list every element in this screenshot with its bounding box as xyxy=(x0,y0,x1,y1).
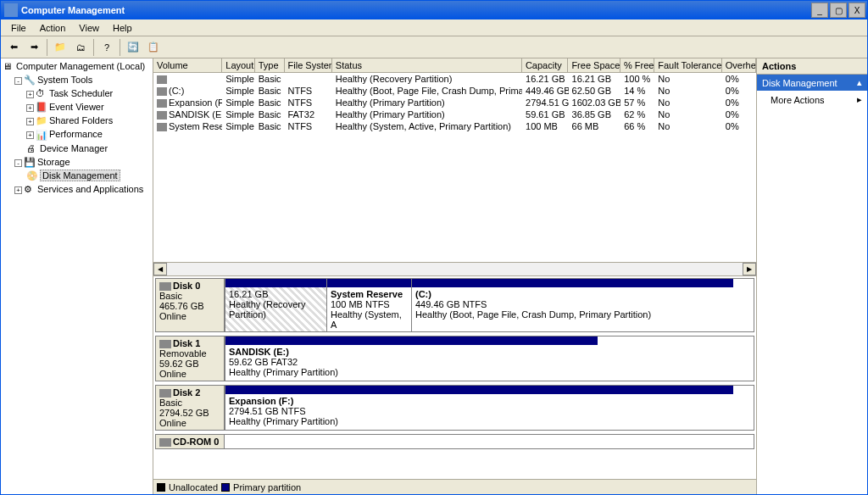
disk-row: Disk 1Removable59.62 GBOnlineSANDISK (E:… xyxy=(155,336,754,381)
tree-storage[interactable]: -💾Storage xyxy=(3,156,151,170)
col-freespace[interactable]: Free Space xyxy=(568,58,620,72)
volume-icon xyxy=(157,87,167,96)
volume-icon xyxy=(157,123,167,131)
primary-swatch xyxy=(221,483,230,492)
disk-info[interactable]: Disk 0Basic465.76 GBOnline xyxy=(155,278,225,332)
volume-list: Volume Layout Type File System Status Ca… xyxy=(153,58,756,262)
partition[interactable]: SANDISK (E:)59.62 GB FAT32Healthy (Prima… xyxy=(225,336,598,381)
col-layout[interactable]: Layout xyxy=(222,58,254,72)
tree-disk-management[interactable]: 📀Disk Management xyxy=(3,170,151,183)
menu-action[interactable]: Action xyxy=(33,21,73,35)
volume-header: Volume Layout Type File System Status Ca… xyxy=(153,58,756,73)
actions-section[interactable]: Disk Management▴ xyxy=(757,75,867,91)
legend-unallocated: Unallocated xyxy=(169,482,218,492)
maximize-button[interactable]: ▢ xyxy=(830,3,847,18)
volume-icon xyxy=(157,111,167,120)
refresh-button[interactable]: 🔄 xyxy=(124,38,142,57)
horizontal-scrollbar[interactable]: ◀ ▶ xyxy=(153,262,756,275)
tree-task-scheduler[interactable]: +⏱Task Scheduler xyxy=(3,87,151,101)
legend: Unallocated Primary partition xyxy=(153,479,756,494)
partition[interactable]: Expansion (F:)2794.51 GB NTFSHealthy (Pr… xyxy=(225,386,733,430)
tree-device-manager[interactable]: 🖨Device Manager xyxy=(3,142,151,156)
disk-info[interactable]: Disk 1Removable59.62 GBOnline xyxy=(155,336,225,381)
legend-primary: Primary partition xyxy=(233,482,301,492)
collapse-icon: ▴ xyxy=(857,77,862,88)
menu-view[interactable]: View xyxy=(72,21,106,35)
help-button[interactable]: ? xyxy=(97,38,116,57)
forward-button[interactable]: ➡ xyxy=(25,38,43,57)
tree-system-tools[interactable]: -🔧System Tools xyxy=(3,74,151,87)
volume-row[interactable]: SANDISK (E:)SimpleBasicFAT32Healthy (Pri… xyxy=(153,108,756,120)
partition[interactable]: System Reserve100 MB NTFSHealthy (System… xyxy=(326,279,411,331)
disk-row: Disk 2Basic2794.52 GBOnlineExpansion (F:… xyxy=(155,385,754,431)
up-button[interactable]: 📁 xyxy=(51,38,70,57)
disk-icon xyxy=(159,340,171,348)
volume-row[interactable]: System ReservedSimpleBasicNTFSHealthy (S… xyxy=(153,120,756,132)
col-volume[interactable]: Volume xyxy=(153,58,222,72)
col-type[interactable]: Type xyxy=(255,58,285,72)
window-title: Computer Management xyxy=(21,5,810,15)
volume-icon xyxy=(157,99,167,108)
disk-info[interactable]: Disk 2Basic2794.52 GBOnline xyxy=(155,385,225,431)
partition[interactable]: (C:)449.46 GB NTFSHealthy (Boot, Page Fi… xyxy=(411,279,733,331)
tree-event-viewer[interactable]: +📕Event Viewer xyxy=(3,101,151,114)
menu-help[interactable]: Help xyxy=(106,21,139,35)
properties-button[interactable]: 🗂 xyxy=(71,38,90,57)
toolbar: ⬅ ➡ 📁 🗂 ? 🔄 📋 xyxy=(1,36,867,58)
disk-map-panel: Disk 0Basic465.76 GBOnline16.21 GBHealth… xyxy=(153,275,756,479)
disk-info[interactable]: CD-ROM 0 xyxy=(155,434,225,449)
volume-row[interactable]: SimpleBasicHealthy (Recovery Partition)1… xyxy=(153,73,756,85)
tree-services[interactable]: +⚙Services and Applications xyxy=(3,183,151,197)
unallocated-swatch xyxy=(157,483,165,492)
volume-row[interactable]: (C:)SimpleBasicNTFSHealthy (Boot, Page F… xyxy=(153,85,756,97)
tree-root[interactable]: 🖥Computer Management (Local) xyxy=(3,60,151,74)
col-capacity[interactable]: Capacity xyxy=(522,58,569,72)
close-button[interactable]: X xyxy=(849,3,865,18)
col-fs[interactable]: File System xyxy=(285,58,332,72)
navigation-tree: 🖥Computer Management (Local) -🔧System To… xyxy=(1,58,153,494)
titlebar: Computer Management _ ▢ X xyxy=(1,1,867,19)
list-button[interactable]: 📋 xyxy=(144,38,163,57)
disk-row: Disk 0Basic465.76 GBOnline16.21 GBHealth… xyxy=(155,278,754,332)
partition[interactable]: 16.21 GBHealthy (Recovery Partition) xyxy=(225,279,326,331)
col-fault[interactable]: Fault Tolerance xyxy=(654,58,721,72)
tree-shared-folders[interactable]: +📁Shared Folders xyxy=(3,114,151,128)
menubar: File Action View Help xyxy=(1,19,867,36)
volume-row[interactable]: Expansion (F:)SimpleBasicNTFSHealthy (Pr… xyxy=(153,97,756,108)
col-overhead[interactable]: Overhe xyxy=(722,58,756,72)
col-status[interactable]: Status xyxy=(332,58,522,72)
actions-more[interactable]: More Actions▸ xyxy=(757,91,867,108)
back-button[interactable]: ⬅ xyxy=(4,38,23,57)
disk-icon xyxy=(159,282,171,291)
scroll-left-icon[interactable]: ◀ xyxy=(153,263,167,275)
disk-row: CD-ROM 0 xyxy=(155,434,754,449)
chevron-right-icon: ▸ xyxy=(857,94,862,105)
actions-header: Actions xyxy=(757,58,867,75)
minimize-button[interactable]: _ xyxy=(811,3,828,18)
actions-pane: Actions Disk Management▴ More Actions▸ xyxy=(757,58,867,494)
tree-performance[interactable]: +📊Performance xyxy=(3,128,151,142)
app-icon xyxy=(4,3,18,17)
cdrom-icon xyxy=(159,438,171,447)
scroll-right-icon[interactable]: ▶ xyxy=(743,263,756,275)
disk-icon xyxy=(159,389,171,398)
col-pctfree[interactable]: % Free xyxy=(620,58,654,72)
menu-file[interactable]: File xyxy=(4,21,33,35)
volume-icon xyxy=(157,75,167,84)
